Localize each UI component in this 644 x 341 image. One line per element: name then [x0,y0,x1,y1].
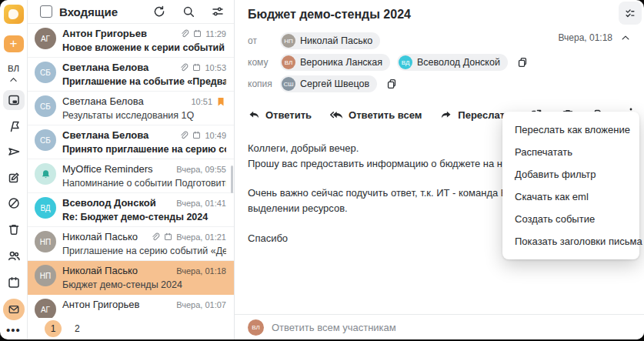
app-logo-icon [4,5,24,24]
list-item[interactable]: АГ Антон Григорьев 11:29 Новое вложение … [28,24,234,58]
filter-settings-icon[interactable] [211,5,225,18]
avatar: СБ [35,95,56,117]
message-subject: Результаты исследования 1Q [62,110,226,121]
paperclip-icon [150,232,160,242]
avatar: СШ [282,77,295,91]
message-time: Вчера, 01:41 [176,199,226,208]
list-item[interactable]: СБ Светлана Белова 10:53 Приглашение на … [28,58,234,92]
contact-name: Сергей Швецов [300,79,369,89]
menu-item-download-eml[interactable]: Скачать как eml [502,186,639,208]
folder-spam-icon[interactable] [3,193,25,214]
to-contact-chip[interactable]: ВД Всеволод Донской [397,54,508,71]
paperclip-icon [179,62,189,72]
list-item[interactable]: ВД Всеволод Донской Вчера, 01:41 Re: Бюд… [28,193,234,227]
quick-reply-placeholder: Ответить всем участникам [272,322,396,333]
message-time: 10:53 [205,63,226,72]
from-contact-chip[interactable]: НП Николай Пасько [280,32,380,49]
avatar: ВЛ [282,55,295,69]
compose-new-button[interactable]: + [4,35,24,52]
bell-icon [40,169,52,180]
message-time: Вчера, 01:18 [176,266,226,276]
sender-name: Светлана Белова [62,62,175,73]
list-item[interactable]: СБ Светлана Белова 10:49 Принято приглаш… [28,125,234,159]
contact-name: Всеволод Донской [417,57,500,68]
pagination: 1 2 [28,318,234,339]
from-label: от [248,35,273,46]
bookmark-flag-icon [215,96,226,107]
sender-name: Всеволод Донской [62,197,173,209]
account-collapse-icon[interactable] [8,75,18,85]
list-scrollbar[interactable] [231,165,233,193]
menu-item-print[interactable]: Распечатать [502,141,639,163]
sender-name: Антон Григорьев [62,299,173,310]
search-icon[interactable] [182,5,195,18]
avatar: ВД [35,197,56,219]
message-list-panel: Входящие АГ Антон Григорьев [28,0,235,339]
avatar: НП [35,265,56,286]
select-all-checkbox[interactable] [40,5,52,18]
avatar: АГ [35,299,56,318]
reply-all-button[interactable]: Ответить всем [330,109,422,122]
folder-inbox-icon[interactable] [3,90,25,111]
collapse-message-icon[interactable] [620,32,631,43]
tasks-panel-toggle[interactable] [619,2,642,25]
list-item[interactable]: АГ Антон Григорьев Вчера, 01:07 [28,295,234,318]
menu-item-add-filter[interactable]: Добавить фильтр [502,163,639,186]
cc-contact-chip[interactable]: СШ Сергей Швецов [280,75,377,92]
folder-trash-icon[interactable] [3,219,25,239]
menu-item-show-headers[interactable]: Показать заголовки письма [502,230,639,252]
page-1-button[interactable]: 1 [45,320,62,337]
message-title: Бюджет демо-стенды 2024 [235,0,644,22]
reply-button[interactable]: Ответить [248,109,312,121]
list-header: Входящие [28,0,234,24]
account-initials[interactable]: ВЛ [8,64,19,73]
page-2-button[interactable]: 2 [75,323,80,334]
contact-name: Николай Пасько [300,35,372,46]
message-time: Вчера, 01:07 [176,300,226,309]
forward-button[interactable]: Переслать [440,109,511,121]
more-apps-icon[interactable]: ••• [6,325,21,336]
message-meta: от НП Николай Пасько кому ВЛ Вероника Ла… [235,22,644,92]
current-user-avatar: ВЛ [248,319,264,336]
refresh-icon[interactable] [152,5,166,18]
calendar-icon [192,28,202,38]
menu-item-forward-as-attachment[interactable]: Переслать как вложение [502,119,639,141]
avatar: НП [282,34,295,48]
calendar-icon [192,62,202,72]
rail-bottom-group: ••• [3,239,25,336]
list-item-selected[interactable]: НП Николай Пасько Вчера, 01:18 Бюджет де… [28,261,234,295]
list-item[interactable]: СБ Светлана Белова 10:51 Результаты иссл… [28,92,234,125]
avatar: НП [35,231,56,252]
message-time: 11:29 [205,29,226,38]
app-window: + ВЛ [0,0,644,339]
sender-name: Николай Пасько [62,231,147,242]
message-subject: Принято приглашение на серию событий «..… [62,144,226,155]
message-subject: Новое вложение к серии событий «Аналити.… [62,42,226,53]
message-time: 10:49 [205,131,226,140]
mail-app-icon[interactable] [3,299,25,320]
message-time: Вчера, 01:21 [176,232,226,242]
calendar-icon [163,232,173,242]
message-time: 10:51 [191,97,212,106]
message-subject: Re: Бюджет демо-стенды 2024 [62,212,226,222]
avatar: ВД [399,55,412,69]
list-item[interactable]: НП Николай Пасько Вчера, 01:21 Приглашен… [28,227,234,261]
copy-cc-icon[interactable] [385,78,398,90]
folder-sent-icon[interactable] [3,142,25,162]
to-contact-chip[interactable]: ВЛ Вероника Ланская [280,54,390,71]
folder-title: Входящие [59,5,137,18]
list-item[interactable]: MyOffice Reminders Вчера, 09:55 Напомина… [28,159,234,193]
to-label: кому [248,57,273,68]
menu-item-create-event[interactable]: Создать событие [502,208,639,230]
folder-drafts-icon[interactable] [3,167,25,188]
avatar: АГ [35,28,56,49]
app-rail: + ВЛ [0,0,28,339]
contacts-icon[interactable] [3,245,25,266]
calendar-app-icon[interactable] [3,272,25,293]
copy-recipients-icon[interactable] [516,56,529,69]
quick-reply-bar[interactable]: ВЛ Ответить всем участникам [235,314,644,339]
message-subject: Приглашение на серию событий «Демо стен.… [62,246,226,256]
paperclip-icon [179,130,189,140]
sender-name: Светлана Белова [62,95,188,107]
folder-flagged-icon[interactable] [3,115,25,136]
